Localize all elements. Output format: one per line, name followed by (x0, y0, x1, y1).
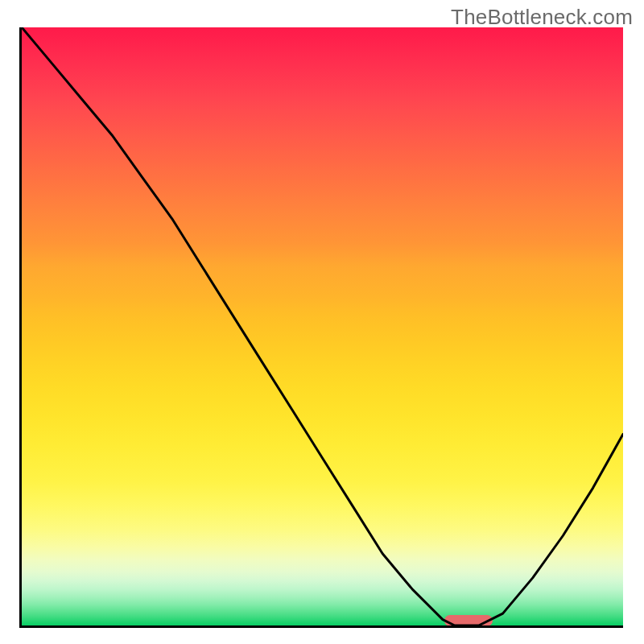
chart-canvas: TheBottleneck.com (0, 0, 644, 644)
watermark-text: TheBottleneck.com (451, 5, 633, 30)
chart-axes (19, 27, 623, 628)
